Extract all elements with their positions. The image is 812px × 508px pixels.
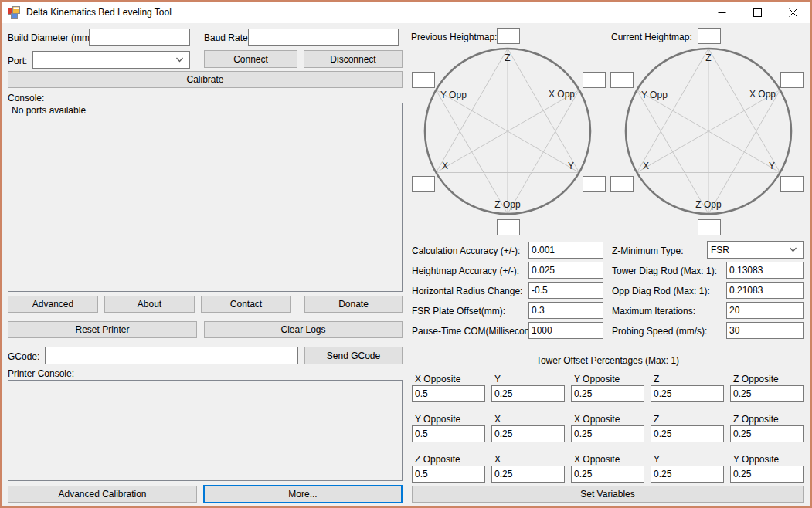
tower-offset-input[interactable] bbox=[571, 385, 644, 402]
maximum-iterations-input[interactable] bbox=[726, 302, 804, 319]
heightmap-accuracy-input[interactable] bbox=[528, 262, 603, 279]
chevron-down-icon bbox=[789, 247, 797, 252]
current-heightmap-label: Current Heightmap: bbox=[611, 32, 692, 42]
horizontal-radius-change-input[interactable] bbox=[528, 282, 603, 299]
vertex-label-y: Y bbox=[568, 161, 574, 171]
advanced-calibration-button[interactable]: Advanced Calibration bbox=[8, 486, 197, 503]
clear-logs-button[interactable]: Clear Logs bbox=[204, 321, 403, 338]
tower-offset-header: X Opposite bbox=[574, 454, 620, 465]
probing-speed-label: Probing Speed (mm/s): bbox=[612, 326, 707, 337]
previous-heightmap-yopp-input[interactable] bbox=[412, 72, 435, 88]
vertex-label-y: Y bbox=[769, 161, 775, 171]
reset-printer-button[interactable]: Reset Printer bbox=[8, 321, 197, 338]
tower-offset-input[interactable] bbox=[491, 425, 565, 442]
tower-offset-header: X Opposite bbox=[574, 414, 620, 425]
previous-heightmap-y-input[interactable] bbox=[583, 176, 606, 192]
vertex-label-z-opp: Z Opp bbox=[695, 199, 722, 210]
tower-offset-header: Y Opposite bbox=[574, 374, 620, 384]
tower-offset-input[interactable] bbox=[730, 385, 804, 402]
z-minimum-type-value: FSR bbox=[711, 245, 729, 256]
previous-heightmap-diagram: Z X Opp Y Opp X Y Z Opp bbox=[423, 47, 592, 215]
tower-offset-header: Y bbox=[494, 374, 501, 384]
minimize-button[interactable] bbox=[704, 2, 739, 23]
tower-offset-input[interactable] bbox=[412, 385, 485, 402]
z-minimum-type-combobox[interactable]: FSR bbox=[707, 241, 804, 259]
title-bar: Delta Kinematics Bed Leveling Tool bbox=[2, 2, 810, 23]
vertex-label-x: X bbox=[643, 161, 649, 171]
tower-offset-input[interactable] bbox=[651, 466, 724, 483]
opp-diag-rod-input[interactable] bbox=[726, 282, 804, 299]
previous-heightmap-xopp-input[interactable] bbox=[583, 72, 606, 88]
minimize-icon bbox=[718, 8, 726, 17]
tower-diag-rod-input[interactable] bbox=[726, 262, 804, 279]
set-variables-button[interactable]: Set Variables bbox=[412, 486, 804, 503]
calibrate-button[interactable]: Calibrate bbox=[8, 71, 403, 88]
maximize-button[interactable] bbox=[739, 2, 775, 23]
donate-button[interactable]: Donate bbox=[304, 296, 403, 313]
fsr-plate-offset-input[interactable] bbox=[528, 302, 603, 319]
pause-time-com-label: Pause-Time COM(Milliseconds): bbox=[412, 326, 545, 337]
tower-offset-header: Z bbox=[654, 414, 659, 425]
current-heightmap-xopp-input[interactable] bbox=[780, 72, 804, 88]
calculation-accuracy-input[interactable] bbox=[528, 242, 603, 259]
tower-offset-title: Tower Offset Percentages (Max: 1) bbox=[412, 355, 804, 366]
baud-rate-label: Baud Rate: bbox=[204, 32, 250, 43]
pause-time-com-input[interactable] bbox=[528, 322, 603, 339]
tower-offset-header: X bbox=[494, 454, 501, 465]
tower-offset-input[interactable] bbox=[491, 385, 565, 402]
build-diameter-input[interactable] bbox=[89, 29, 190, 46]
tower-offset-input[interactable] bbox=[571, 466, 644, 483]
tower-offset-input[interactable] bbox=[651, 385, 724, 402]
tower-offset-input[interactable] bbox=[651, 425, 724, 442]
tower-offset-input[interactable] bbox=[571, 425, 644, 442]
tower-offset-input[interactable] bbox=[491, 466, 565, 483]
gcode-input[interactable] bbox=[45, 347, 298, 364]
tower-offset-header: Z Opposite bbox=[415, 454, 460, 465]
current-heightmap-x-input[interactable] bbox=[610, 176, 634, 192]
vertex-label-y-opp: Y Opp bbox=[440, 90, 467, 100]
console-output[interactable]: No ports available bbox=[8, 103, 403, 292]
current-heightmap-zopp-input[interactable] bbox=[698, 219, 721, 235]
tower-offset-header: Z Opposite bbox=[733, 374, 779, 384]
tower-offset-input[interactable] bbox=[730, 466, 804, 483]
connect-button[interactable]: Connect bbox=[204, 50, 297, 68]
tower-offset-header: Y Opposite bbox=[415, 414, 460, 425]
tower-offset-header: X bbox=[494, 414, 501, 425]
tower-diag-rod-label: Tower Diag Rod (Max: 1): bbox=[612, 266, 717, 276]
current-heightmap-top-input[interactable] bbox=[698, 28, 721, 44]
advanced-button[interactable]: Advanced bbox=[8, 296, 98, 313]
tower-offset-header: Y Opposite bbox=[733, 454, 779, 465]
previous-heightmap-x-input[interactable] bbox=[412, 176, 435, 192]
previous-heightmap-zopp-input[interactable] bbox=[497, 219, 520, 235]
chevron-down-icon bbox=[175, 57, 184, 63]
more-button[interactable]: More... bbox=[203, 485, 403, 503]
port-combobox[interactable] bbox=[32, 51, 190, 69]
maximize-icon bbox=[753, 8, 762, 17]
vertex-label-y-opp: Y Opp bbox=[641, 90, 668, 100]
baud-rate-input[interactable] bbox=[248, 29, 399, 46]
send-gcode-button[interactable]: Send GCode bbox=[304, 347, 403, 364]
fsr-plate-offset-label: FSR Plate Offset(mm): bbox=[412, 306, 505, 317]
contact-button[interactable]: Contact bbox=[201, 296, 291, 313]
previous-heightmap-top-input[interactable] bbox=[497, 28, 520, 44]
vertex-label-x-opp: X Opp bbox=[749, 89, 776, 100]
heightmap-accuracy-label: Heightmap Accuracy (+/-): bbox=[412, 266, 519, 276]
horizontal-radius-change-label: Horizontal Radius Change: bbox=[412, 286, 522, 296]
vertex-label-z: Z bbox=[505, 52, 510, 63]
about-button[interactable]: About bbox=[104, 296, 195, 313]
current-heightmap-y-input[interactable] bbox=[780, 176, 804, 192]
tower-offset-input[interactable] bbox=[412, 425, 485, 442]
opp-diag-rod-label: Opp Diag Rod (Max: 1): bbox=[612, 286, 710, 296]
printer-console-label: Printer Console: bbox=[8, 368, 74, 379]
disconnect-button[interactable]: Disconnect bbox=[304, 50, 403, 68]
tower-offset-input[interactable] bbox=[412, 466, 485, 483]
tower-offset-input[interactable] bbox=[730, 425, 804, 442]
tower-offset-header: X Opposite bbox=[415, 374, 460, 384]
z-minimum-type-label: Z-Minimum Type: bbox=[612, 246, 683, 256]
vertex-label-x-opp: X Opp bbox=[549, 89, 575, 100]
vertex-label-x: X bbox=[442, 161, 448, 171]
printer-console-output[interactable] bbox=[8, 380, 403, 481]
probing-speed-input[interactable] bbox=[726, 322, 804, 339]
current-heightmap-yopp-input[interactable] bbox=[610, 72, 634, 88]
close-button[interactable] bbox=[775, 2, 810, 23]
